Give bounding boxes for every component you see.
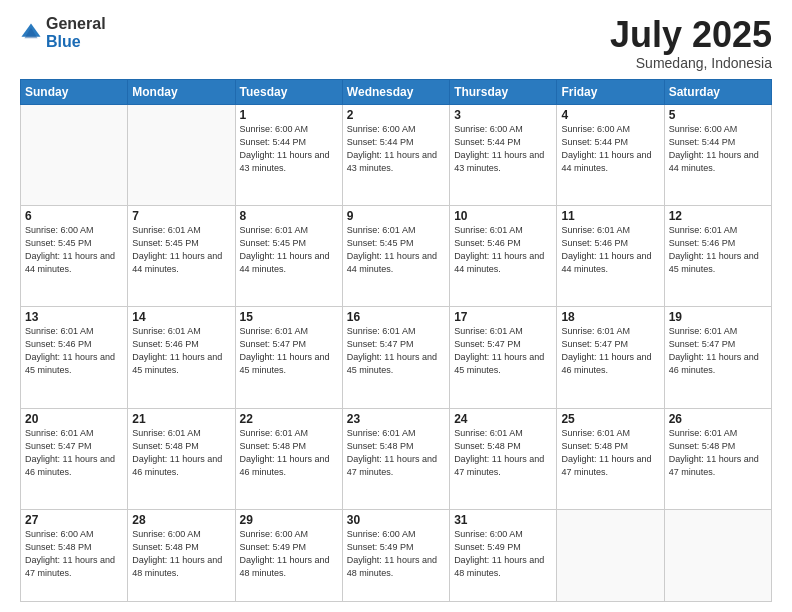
calendar-table: SundayMondayTuesdayWednesdayThursdayFrid… (20, 79, 772, 602)
calendar-cell: 29Sunrise: 6:00 AM Sunset: 5:49 PM Dayli… (235, 509, 342, 601)
weekday-header-sunday: Sunday (21, 79, 128, 104)
day-number: 19 (669, 310, 767, 324)
day-info: Sunrise: 6:00 AM Sunset: 5:44 PM Dayligh… (454, 123, 552, 175)
weekday-header-thursday: Thursday (450, 79, 557, 104)
calendar-cell: 13Sunrise: 6:01 AM Sunset: 5:46 PM Dayli… (21, 307, 128, 408)
calendar-cell: 7Sunrise: 6:01 AM Sunset: 5:45 PM Daylig… (128, 205, 235, 306)
day-info: Sunrise: 6:01 AM Sunset: 5:48 PM Dayligh… (240, 427, 338, 479)
day-number: 24 (454, 412, 552, 426)
calendar-cell: 31Sunrise: 6:00 AM Sunset: 5:49 PM Dayli… (450, 509, 557, 601)
day-number: 7 (132, 209, 230, 223)
calendar-cell: 2Sunrise: 6:00 AM Sunset: 5:44 PM Daylig… (342, 104, 449, 205)
day-info: Sunrise: 6:01 AM Sunset: 5:47 PM Dayligh… (240, 325, 338, 377)
day-number: 28 (132, 513, 230, 527)
day-number: 27 (25, 513, 123, 527)
day-number: 6 (25, 209, 123, 223)
day-number: 26 (669, 412, 767, 426)
weekday-header-tuesday: Tuesday (235, 79, 342, 104)
calendar-cell: 8Sunrise: 6:01 AM Sunset: 5:45 PM Daylig… (235, 205, 342, 306)
subtitle: Sumedang, Indonesia (610, 55, 772, 71)
day-info: Sunrise: 6:00 AM Sunset: 5:48 PM Dayligh… (25, 528, 123, 580)
day-info: Sunrise: 6:01 AM Sunset: 5:45 PM Dayligh… (347, 224, 445, 276)
day-info: Sunrise: 6:00 AM Sunset: 5:44 PM Dayligh… (240, 123, 338, 175)
calendar-cell: 3Sunrise: 6:00 AM Sunset: 5:44 PM Daylig… (450, 104, 557, 205)
day-number: 14 (132, 310, 230, 324)
calendar-cell: 6Sunrise: 6:00 AM Sunset: 5:45 PM Daylig… (21, 205, 128, 306)
day-number: 3 (454, 108, 552, 122)
calendar-cell (21, 104, 128, 205)
week-row-2: 13Sunrise: 6:01 AM Sunset: 5:46 PM Dayli… (21, 307, 772, 408)
calendar-cell (664, 509, 771, 601)
day-info: Sunrise: 6:01 AM Sunset: 5:47 PM Dayligh… (454, 325, 552, 377)
day-info: Sunrise: 6:00 AM Sunset: 5:48 PM Dayligh… (132, 528, 230, 580)
day-info: Sunrise: 6:00 AM Sunset: 5:44 PM Dayligh… (561, 123, 659, 175)
week-row-3: 20Sunrise: 6:01 AM Sunset: 5:47 PM Dayli… (21, 408, 772, 509)
day-info: Sunrise: 6:01 AM Sunset: 5:45 PM Dayligh… (240, 224, 338, 276)
calendar-cell: 14Sunrise: 6:01 AM Sunset: 5:46 PM Dayli… (128, 307, 235, 408)
logo: General Blue (20, 15, 106, 51)
day-info: Sunrise: 6:01 AM Sunset: 5:48 PM Dayligh… (347, 427, 445, 479)
title-block: July 2025 Sumedang, Indonesia (610, 15, 772, 71)
day-info: Sunrise: 6:01 AM Sunset: 5:48 PM Dayligh… (561, 427, 659, 479)
day-number: 20 (25, 412, 123, 426)
calendar-cell (128, 104, 235, 205)
day-number: 31 (454, 513, 552, 527)
day-info: Sunrise: 6:01 AM Sunset: 5:47 PM Dayligh… (669, 325, 767, 377)
day-info: Sunrise: 6:01 AM Sunset: 5:47 PM Dayligh… (25, 427, 123, 479)
calendar-cell: 23Sunrise: 6:01 AM Sunset: 5:48 PM Dayli… (342, 408, 449, 509)
calendar-cell: 20Sunrise: 6:01 AM Sunset: 5:47 PM Dayli… (21, 408, 128, 509)
day-number: 9 (347, 209, 445, 223)
calendar-cell: 4Sunrise: 6:00 AM Sunset: 5:44 PM Daylig… (557, 104, 664, 205)
day-info: Sunrise: 6:01 AM Sunset: 5:46 PM Dayligh… (25, 325, 123, 377)
calendar-cell: 24Sunrise: 6:01 AM Sunset: 5:48 PM Dayli… (450, 408, 557, 509)
day-number: 2 (347, 108, 445, 122)
calendar-cell: 28Sunrise: 6:00 AM Sunset: 5:48 PM Dayli… (128, 509, 235, 601)
calendar-cell: 18Sunrise: 6:01 AM Sunset: 5:47 PM Dayli… (557, 307, 664, 408)
day-info: Sunrise: 6:00 AM Sunset: 5:49 PM Dayligh… (240, 528, 338, 580)
logo-blue: Blue (46, 33, 81, 50)
calendar-cell: 12Sunrise: 6:01 AM Sunset: 5:46 PM Dayli… (664, 205, 771, 306)
day-info: Sunrise: 6:00 AM Sunset: 5:49 PM Dayligh… (347, 528, 445, 580)
day-number: 8 (240, 209, 338, 223)
day-info: Sunrise: 6:01 AM Sunset: 5:48 PM Dayligh… (132, 427, 230, 479)
calendar-cell (557, 509, 664, 601)
day-number: 23 (347, 412, 445, 426)
logo-general: General (46, 15, 106, 32)
day-info: Sunrise: 6:01 AM Sunset: 5:45 PM Dayligh… (132, 224, 230, 276)
day-info: Sunrise: 6:01 AM Sunset: 5:46 PM Dayligh… (669, 224, 767, 276)
day-number: 17 (454, 310, 552, 324)
day-number: 21 (132, 412, 230, 426)
day-info: Sunrise: 6:00 AM Sunset: 5:44 PM Dayligh… (347, 123, 445, 175)
day-number: 10 (454, 209, 552, 223)
week-row-4: 27Sunrise: 6:00 AM Sunset: 5:48 PM Dayli… (21, 509, 772, 601)
calendar-cell: 25Sunrise: 6:01 AM Sunset: 5:48 PM Dayli… (557, 408, 664, 509)
calendar-cell: 5Sunrise: 6:00 AM Sunset: 5:44 PM Daylig… (664, 104, 771, 205)
weekday-header-monday: Monday (128, 79, 235, 104)
header: General Blue July 2025 Sumedang, Indones… (20, 15, 772, 71)
calendar-cell: 10Sunrise: 6:01 AM Sunset: 5:46 PM Dayli… (450, 205, 557, 306)
weekday-header-row: SundayMondayTuesdayWednesdayThursdayFrid… (21, 79, 772, 104)
weekday-header-wednesday: Wednesday (342, 79, 449, 104)
day-number: 11 (561, 209, 659, 223)
day-number: 30 (347, 513, 445, 527)
day-number: 4 (561, 108, 659, 122)
weekday-header-friday: Friday (557, 79, 664, 104)
calendar-cell: 15Sunrise: 6:01 AM Sunset: 5:47 PM Dayli… (235, 307, 342, 408)
day-number: 22 (240, 412, 338, 426)
day-info: Sunrise: 6:01 AM Sunset: 5:47 PM Dayligh… (561, 325, 659, 377)
weekday-header-saturday: Saturday (664, 79, 771, 104)
calendar-cell: 30Sunrise: 6:00 AM Sunset: 5:49 PM Dayli… (342, 509, 449, 601)
day-info: Sunrise: 6:01 AM Sunset: 5:48 PM Dayligh… (454, 427, 552, 479)
calendar-cell: 22Sunrise: 6:01 AM Sunset: 5:48 PM Dayli… (235, 408, 342, 509)
day-number: 12 (669, 209, 767, 223)
day-number: 13 (25, 310, 123, 324)
day-info: Sunrise: 6:01 AM Sunset: 5:46 PM Dayligh… (561, 224, 659, 276)
day-info: Sunrise: 6:01 AM Sunset: 5:46 PM Dayligh… (132, 325, 230, 377)
calendar-cell: 27Sunrise: 6:00 AM Sunset: 5:48 PM Dayli… (21, 509, 128, 601)
calendar-cell: 17Sunrise: 6:01 AM Sunset: 5:47 PM Dayli… (450, 307, 557, 408)
day-number: 1 (240, 108, 338, 122)
calendar-cell: 19Sunrise: 6:01 AM Sunset: 5:47 PM Dayli… (664, 307, 771, 408)
logo-text: General Blue (46, 15, 106, 51)
calendar-cell: 21Sunrise: 6:01 AM Sunset: 5:48 PM Dayli… (128, 408, 235, 509)
calendar-cell: 1Sunrise: 6:00 AM Sunset: 5:44 PM Daylig… (235, 104, 342, 205)
